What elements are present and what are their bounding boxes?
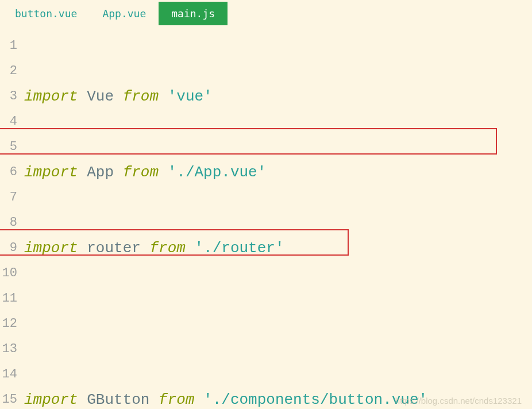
gutter: 1 2 3 4 5 6 7 8 9 10 11 12 13 14 15 xyxy=(0,26,24,409)
keyword-from: from xyxy=(123,164,159,181)
code-line xyxy=(24,311,532,337)
line-number: 14 xyxy=(0,362,17,387)
keyword-import: import xyxy=(24,88,78,105)
line-number: 5 xyxy=(0,134,17,160)
string-literal: './App.vue' xyxy=(168,164,267,181)
line-number: 3 xyxy=(0,84,17,109)
identifier: App xyxy=(87,164,114,181)
code-line: import Vue from 'vue' xyxy=(24,84,532,109)
identifier: GButton xyxy=(87,391,149,408)
identifier: Vue xyxy=(87,88,114,105)
keyword-import: import xyxy=(24,240,78,257)
tab-bar: button.vue App.vue main.js xyxy=(0,0,532,26)
code-line: import App from './App.vue' xyxy=(24,160,532,185)
line-number: 6 xyxy=(0,160,17,185)
line-number: 15 xyxy=(0,387,17,409)
code-line: import router from './router' xyxy=(24,236,532,261)
line-number: 1 xyxy=(0,33,17,59)
line-number: 8 xyxy=(0,210,17,236)
identifier: router xyxy=(87,240,141,257)
string-literal: './components/button.vue' xyxy=(203,391,427,408)
keyword-from: from xyxy=(149,240,185,257)
line-number: 10 xyxy=(0,261,17,286)
line-number: 13 xyxy=(0,337,17,362)
keyword-from: from xyxy=(159,391,194,408)
highlight-box xyxy=(0,128,497,155)
watermark-text: https://blog.csdn.net/cnds123321 xyxy=(395,396,522,406)
line-number: 11 xyxy=(0,286,17,311)
code-area[interactable]: import Vue from 'vue' import App from '.… xyxy=(24,26,532,409)
code-editor[interactable]: 1 2 3 4 5 6 7 8 9 10 11 12 13 14 15 impo… xyxy=(0,26,532,409)
keyword-import: import xyxy=(24,164,78,181)
tab-main-js[interactable]: main.js xyxy=(159,2,228,25)
keyword-import: import xyxy=(24,391,78,408)
line-number: 7 xyxy=(0,185,17,210)
tab-app-vue[interactable]: App.vue xyxy=(90,2,159,25)
string-literal: 'vue' xyxy=(168,88,213,105)
line-number: 9 xyxy=(0,236,17,261)
line-number: 2 xyxy=(0,59,17,84)
tab-button-vue[interactable]: button.vue xyxy=(2,2,90,25)
line-number: 4 xyxy=(0,109,17,134)
keyword-from: from xyxy=(123,88,159,105)
line-number: 12 xyxy=(0,311,17,337)
string-literal: './router' xyxy=(195,240,284,257)
